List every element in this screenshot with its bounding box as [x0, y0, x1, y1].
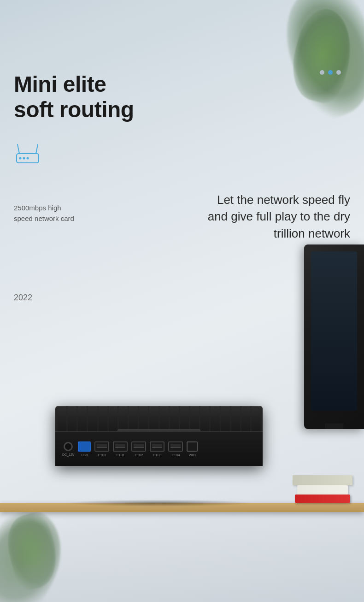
- title-text: Mini elite soft routing: [14, 72, 134, 122]
- books-decoration: [290, 457, 364, 512]
- port-group-eth0: ETH0: [94, 441, 109, 457]
- fin-5: [99, 406, 107, 431]
- port-eth2: [131, 441, 146, 452]
- port-eth4-label: ETH4: [172, 453, 180, 457]
- leaf-top-right-decoration: [263, 0, 364, 129]
- book-2: [297, 485, 348, 495]
- fin-13: [180, 406, 189, 431]
- fin-14: [190, 406, 199, 431]
- dot-1: [320, 70, 324, 75]
- dot-2-active: [328, 70, 333, 75]
- fin-9: [139, 406, 148, 431]
- network-card-line2: speed network card: [14, 214, 74, 224]
- port-wifi-label: WIFI: [189, 453, 196, 457]
- fin-20: [252, 406, 260, 431]
- port-eth3-label: ETH3: [153, 453, 162, 457]
- port-group-wifi: WIFI: [187, 441, 198, 457]
- port-dc-label: DC_12V: [62, 453, 74, 456]
- monitor-display: [304, 244, 364, 447]
- book-stack: [290, 457, 359, 503]
- fin-16: [211, 406, 219, 431]
- tagline-line1: Let the network speed fly: [217, 193, 350, 207]
- mini-pc-device: DC_12V USB ETH0 ETH1 ETH2: [55, 420, 263, 503]
- port-dc-power: [64, 442, 73, 451]
- fin-11: [160, 406, 169, 431]
- speed-tagline: Let the network speed fly and give full …: [208, 191, 350, 242]
- dot-3: [336, 70, 341, 75]
- network-card-text: 2500mbps high speed network card: [14, 203, 74, 224]
- port-eth3: [150, 441, 164, 452]
- fin-7: [119, 406, 128, 431]
- port-group-power: DC_12V: [62, 442, 74, 456]
- fin-8: [129, 406, 138, 431]
- svg-point-4: [23, 157, 25, 160]
- port-eth1-label: ETH1: [117, 453, 125, 457]
- year-value: 2022: [14, 293, 32, 302]
- fin-4: [88, 406, 97, 431]
- port-eth1: [113, 441, 128, 452]
- port-eth4: [168, 441, 183, 452]
- fin-17: [221, 406, 230, 431]
- title-line1: Mini elite: [14, 72, 106, 96]
- tagline-line2: and give full play to the dry: [208, 209, 350, 223]
- port-usb-label: USB: [81, 453, 88, 457]
- heat-fins: [55, 406, 263, 431]
- port-usb: [78, 441, 91, 452]
- page-wrapper: Mini elite soft routing 2500mbps high sp…: [0, 0, 364, 602]
- fin-15: [200, 406, 209, 431]
- port-group-eth2: ETH2: [131, 441, 146, 457]
- port-group-eth4: ETH4: [168, 441, 183, 457]
- year-label: 2022: [14, 293, 32, 303]
- svg-line-0: [18, 144, 19, 154]
- fin-6: [109, 406, 117, 431]
- svg-point-3: [19, 157, 22, 160]
- tagline-line3: trillion network: [274, 226, 350, 240]
- port-group-eth1: ETH1: [113, 441, 128, 457]
- fin-18: [231, 406, 240, 431]
- svg-point-5: [27, 157, 29, 160]
- router-icon: [14, 141, 41, 164]
- port-panel: DC_12V USB ETH0 ETH1 ETH2: [55, 431, 263, 466]
- monitor-screen: [311, 251, 357, 411]
- fin-1: [58, 406, 66, 431]
- port-group-eth3: ETH3: [150, 441, 164, 457]
- network-card-line1: 2500mbps high: [14, 203, 74, 214]
- fin-10: [149, 406, 158, 431]
- fin-12: [170, 406, 179, 431]
- bottom-background: [0, 505, 364, 602]
- port-eth2-label: ETH2: [135, 453, 143, 457]
- fin-19: [241, 406, 250, 431]
- port-eth0: [94, 441, 109, 452]
- dots-indicator: [320, 70, 341, 75]
- monitor-body: [304, 244, 364, 429]
- title-line2: soft routing: [14, 97, 134, 122]
- fin-3: [78, 406, 87, 431]
- port-eth0-label: ETH0: [98, 453, 106, 457]
- monitor-stand: [325, 423, 343, 429]
- main-title: Mini elite soft routing: [14, 72, 134, 122]
- port-group-usb: USB: [78, 441, 91, 457]
- book-3: [293, 475, 352, 485]
- svg-line-1: [36, 144, 38, 154]
- device-shadow: [65, 500, 253, 507]
- fin-2: [68, 406, 76, 431]
- book-1: [295, 495, 350, 503]
- port-wifi: [187, 441, 198, 452]
- speed-tagline-text: Let the network speed fly and give full …: [208, 191, 350, 242]
- device-body: DC_12V USB ETH0 ETH1 ETH2: [55, 406, 263, 466]
